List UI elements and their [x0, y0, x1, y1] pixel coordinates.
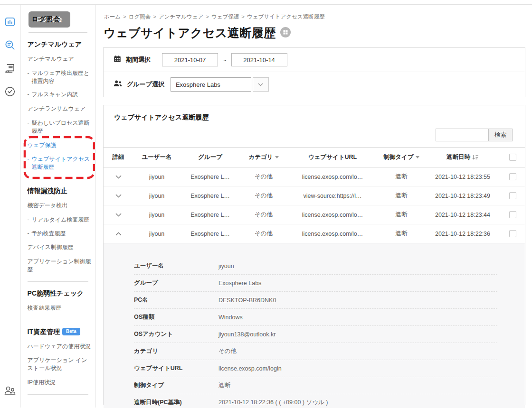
- divider: [28, 394, 88, 395]
- sidebar-item[interactable]: アンチランサムウェア: [28, 105, 91, 113]
- detail-field-label: OS種類: [134, 313, 218, 321]
- breadcrumb-item[interactable]: ログ照会: [129, 14, 151, 19]
- expand-cell[interactable]: [104, 205, 133, 224]
- url-cell: license.exosp.com/lo…: [287, 224, 378, 243]
- detail-field: ユーザー名jiyoun: [134, 258, 497, 275]
- sidebar-item[interactable]: デバイス制御履歴: [28, 243, 91, 251]
- sidebar-item[interactable]: -マルウェア検出履歴と措置内容: [28, 69, 91, 85]
- expand-cell[interactable]: [104, 186, 133, 205]
- breadcrumb-item[interactable]: アンチマルウェア: [159, 14, 203, 19]
- detail-field-value: DESKTOP-BR6DNK0: [218, 297, 276, 304]
- sidebar-item[interactable]: 検査結果履歴: [28, 304, 91, 312]
- column-label: グループ: [198, 154, 222, 160]
- sidebar-item[interactable]: 機密データ検出: [28, 202, 91, 210]
- select-all-checkbox[interactable]: [509, 154, 516, 161]
- control-cell: 遮断: [378, 205, 425, 224]
- breadcrumb: ホーム>ログ照会>アンチマルウェア>ウェブ保護>ウェブサイトアクセス遮断履歴: [104, 13, 525, 20]
- column-header-遮断日時[interactable]: 遮断日時: [425, 148, 500, 167]
- chevron-down-icon[interactable]: [115, 213, 122, 217]
- expand-cell[interactable]: [104, 224, 133, 243]
- chevron-down-icon[interactable]: [115, 194, 122, 198]
- column-label: 遮断日時: [446, 154, 470, 160]
- filter-arrow-icon[interactable]: [275, 156, 279, 158]
- control-cell: 遮断: [378, 224, 425, 243]
- sidebar-item[interactable]: -疑わしいプロセス遮断履歴: [28, 119, 91, 135]
- column-label: 詳細: [113, 154, 124, 160]
- detail-field-label: 遮断日時(PC基準): [134, 399, 218, 407]
- expand-cell[interactable]: [104, 167, 133, 186]
- datetime-cell: 2021-10-12 18:23:49: [425, 186, 500, 205]
- dash-marker: -: [28, 230, 29, 238]
- chevron-down-icon[interactable]: [115, 175, 122, 179]
- detail-field-label: OSアカウント: [134, 330, 218, 338]
- users-icon[interactable]: [3, 384, 17, 397]
- sidebar-item[interactable]: -リアルタイム検査履歴: [28, 216, 91, 224]
- chevron-down-icon[interactable]: [253, 77, 269, 92]
- breadcrumb-item[interactable]: ホーム: [104, 14, 121, 19]
- checkbox-cell[interactable]: [500, 167, 525, 186]
- row-checkbox[interactable]: [509, 211, 516, 218]
- search-button[interactable]: 検索: [488, 129, 513, 141]
- row-checkbox[interactable]: [509, 173, 516, 180]
- dashboard-icon[interactable]: [3, 15, 17, 28]
- breadcrumb-separator: >: [241, 14, 245, 19]
- sidebar-item[interactable]: -予約検査履歴: [28, 230, 91, 238]
- sidebar-heading-label: IT資産管理: [28, 328, 60, 335]
- breadcrumb-item[interactable]: ウェブ保護: [211, 14, 239, 19]
- control-cell: 遮断: [378, 186, 425, 205]
- checkbox-cell[interactable]: [500, 186, 525, 205]
- start-date-input[interactable]: [162, 53, 218, 66]
- sidebar-item[interactable]: -ウェブサイトアクセス遮断履歴: [28, 155, 91, 171]
- sidebar-item[interactable]: IP使用状況: [28, 379, 91, 387]
- sidebar-item-label: 予約検査履歴: [32, 230, 66, 238]
- divider: [28, 179, 88, 179]
- checkbox-cell[interactable]: [500, 224, 525, 243]
- sidebar-heading-label: PC脆弱性チェック: [28, 289, 84, 297]
- sidebar-section-heading: PC脆弱性チェック: [28, 289, 91, 298]
- check-circle-icon[interactable]: [3, 85, 17, 98]
- detail-field-label: ウェブサイトURL: [134, 364, 218, 372]
- detail-field-value: Windows: [218, 314, 243, 321]
- end-date-input[interactable]: [231, 53, 287, 66]
- grid-circle-icon[interactable]: [280, 27, 291, 39]
- row-checkbox[interactable]: [509, 192, 516, 199]
- sidebar-item[interactable]: アプリケーション インストール状況: [28, 356, 91, 372]
- dash-marker: -: [28, 69, 29, 85]
- sidebar-heading-label: アンチマルウェア: [28, 40, 82, 48]
- search-input[interactable]: [436, 129, 489, 141]
- filter-arrow-icon[interactable]: [416, 156, 419, 158]
- row-checkbox[interactable]: [509, 230, 516, 237]
- datetime-cell: 2021-10-12 18:23:44: [425, 205, 500, 224]
- column-header-制御タイプ[interactable]: 制御タイプ: [378, 148, 425, 167]
- group-label: グループ選択: [127, 80, 164, 89]
- group-filter-row: グループ選択 Exosphere Labs: [104, 72, 525, 97]
- column-header-ユーザー名: ユーザー名: [133, 148, 180, 167]
- select-all-header[interactable]: [500, 148, 525, 167]
- sidebar-menu: アンチマルウェアアンチマルウェア-マルウェア検出履歴と措置内容-フルスキャン内訳…: [28, 40, 91, 395]
- dash-marker: -: [28, 155, 29, 171]
- dash-marker: -: [28, 216, 29, 224]
- filter-card: 期間選択 ~ グループ選択 Exosphere Labs: [103, 47, 525, 97]
- sort-icon[interactable]: [472, 155, 479, 160]
- checkbox-cell[interactable]: [500, 205, 525, 224]
- datetime-cell: 2021-10-12 18:22:36: [425, 224, 500, 243]
- chevron-up-icon[interactable]: [115, 232, 122, 236]
- sidebar-item[interactable]: ハードウェアの使用状況: [28, 343, 91, 351]
- calendar-icon: [113, 55, 122, 65]
- sidebar-item[interactable]: アプリケーション制御履歴: [28, 258, 91, 274]
- detail-field-value: Exosphere Labs: [218, 280, 261, 287]
- user-cell: jiyoun: [133, 167, 180, 186]
- sidebar-item[interactable]: -フルスキャン内訳: [28, 91, 91, 99]
- detail-field-value: jiyoun138@outlook.kr: [218, 331, 276, 338]
- breadcrumb-item: ウェブサイトアクセス遮断履歴: [247, 14, 325, 19]
- column-header-カテゴリ[interactable]: カテゴリ: [240, 148, 287, 167]
- report-icon[interactable]: [3, 62, 17, 75]
- log-search-icon[interactable]: [3, 38, 17, 52]
- detail-field: グループExosphere Labs: [134, 275, 497, 292]
- sidebar-item[interactable]: ウェブ保護: [28, 141, 91, 149]
- sidebar-item[interactable]: アンチマルウェア: [28, 55, 91, 63]
- detail-field-value: 遮断: [218, 381, 230, 389]
- group-select[interactable]: Exosphere Labs: [171, 77, 251, 92]
- icon-rail: [0, 5, 21, 408]
- sidebar-item-label: マルウェア検出履歴と措置内容: [32, 69, 91, 85]
